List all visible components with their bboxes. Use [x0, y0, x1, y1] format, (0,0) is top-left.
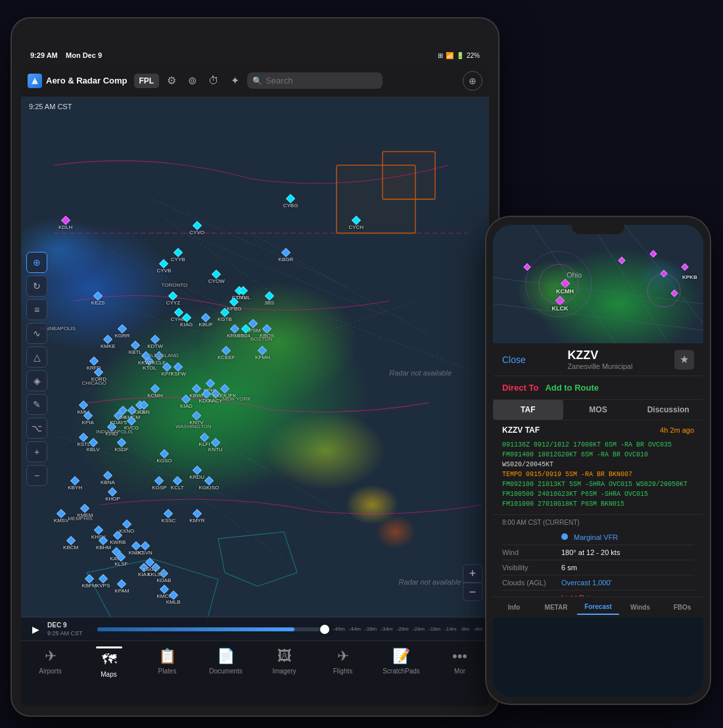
- measure-tool-button[interactable]: △: [26, 347, 47, 368]
- documents-nav-label: Documents: [209, 667, 243, 675]
- airport-marker[interactable]: KSDF: [114, 439, 128, 452]
- zoom-out-button[interactable]: −: [463, 583, 482, 601]
- search-input[interactable]: [247, 72, 383, 89]
- airport-marker[interactable]: KBNA: [101, 472, 115, 485]
- maps-nav-label: Maps: [101, 671, 116, 678]
- phone-close-button[interactable]: Close: [502, 354, 526, 365]
- airport-marker[interactable]: KSVN: [138, 543, 152, 556]
- radar-unavailable-label: Radar not available: [389, 369, 452, 377]
- layers-icon-button[interactable]: ⊚: [184, 72, 200, 89]
- airport-marker[interactable]: KBCM: [63, 537, 78, 550]
- airport-marker[interactable]: CYCH: [348, 217, 363, 230]
- airport-marker[interactable]: KGSO: [156, 450, 172, 464]
- airport-marker[interactable]: KSGJ: [143, 559, 156, 572]
- svg-point-19: [526, 251, 592, 317]
- nav-item-plates[interactable]: 📋 Plates: [138, 648, 197, 675]
- phone-star-button[interactable]: ★: [674, 350, 694, 370]
- metar-tab[interactable]: METAR: [535, 600, 577, 615]
- airport-marker[interactable]: KBYH: [68, 477, 82, 491]
- airport-marker[interactable]: KFMH: [255, 347, 270, 360]
- pen-tool-button[interactable]: ✎: [26, 394, 47, 415]
- zoom-in-button[interactable]: +: [463, 564, 482, 583]
- star-icon-button[interactable]: ✦: [227, 72, 243, 89]
- nav-item-scratchpads[interactable]: 📝 ScratchPads: [372, 648, 431, 675]
- airport-marker[interactable]: CYVB: [156, 260, 171, 274]
- airport-marker[interactable]: KCMH: [147, 385, 163, 399]
- airport-marker[interactable]: KDTW: [147, 336, 163, 349]
- rotate-tool-button[interactable]: ↻: [26, 276, 47, 297]
- discussion-tab[interactable]: Discussion: [633, 400, 703, 420]
- airport-marker[interactable]: 64I: [120, 407, 127, 420]
- airport-marker[interactable]: KSSC: [162, 510, 176, 523]
- airport-marker[interactable]: KSFW: [171, 364, 186, 377]
- taf-line: TEMPO 0915/0919 5SM -RA BR BKN007: [502, 470, 694, 479]
- airport-marker[interactable]: KPAM: [114, 581, 129, 594]
- airport-marker[interactable]: KIAG: [180, 314, 193, 328]
- nav-item-more[interactable]: ••• Mor: [431, 648, 489, 675]
- nav-item-documents[interactable]: 📄 Documents: [197, 648, 255, 675]
- airport-marker[interactable]: KDOV: [199, 391, 214, 404]
- airport-marker[interactable]: KBGR: [279, 249, 294, 262]
- info-tab[interactable]: Info: [493, 600, 535, 615]
- minus-button[interactable]: −: [26, 465, 47, 486]
- timeline-bar[interactable]: [97, 627, 329, 631]
- airport-marker[interactable]: KVPS: [96, 575, 110, 589]
- airport-marker[interactable]: KCEEF: [218, 347, 235, 360]
- airport-marker[interactable]: KBFM: [82, 575, 97, 589]
- airport-marker[interactable]: KBUF: [199, 314, 213, 328]
- clock-icon-button[interactable]: ⏱: [204, 72, 223, 89]
- airport-marker[interactable]: KGSP: [152, 477, 166, 491]
- tablet-map[interactable]: 9:25 AM CST: [21, 97, 489, 641]
- layers-tool-button[interactable]: ≡: [26, 299, 47, 320]
- airport-marker[interactable]: KSTL: [77, 434, 90, 447]
- airport-marker[interactable]: KPIA: [82, 412, 94, 425]
- airport-marker[interactable]: KILN: [138, 402, 150, 415]
- mos-tab[interactable]: MOS: [563, 400, 634, 420]
- fpl-button[interactable]: FPL: [134, 74, 160, 88]
- airport-marker[interactable]: KGTB: [218, 309, 232, 322]
- pan-tool-button[interactable]: ⊕: [26, 252, 47, 273]
- phone-map[interactable]: Ohio KCMH KLCK: [493, 225, 703, 356]
- airport-marker[interactable]: CYYB: [171, 249, 185, 262]
- settings-icon-button[interactable]: ⚙: [163, 72, 180, 89]
- airport-marker[interactable]: KGKISO: [199, 477, 220, 491]
- airport-marker[interactable]: KHOP: [105, 489, 120, 502]
- add-to-route-button[interactable]: Add to Route: [545, 380, 599, 395]
- forecast-tab[interactable]: Forecast: [577, 600, 619, 615]
- airport-marker[interactable]: KEZS: [91, 293, 105, 306]
- airport-marker[interactable]: KRME: [227, 326, 242, 339]
- airport-marker[interactable]: KWRB: [110, 532, 126, 545]
- airport-marker[interactable]: KMKE: [101, 336, 116, 349]
- airport-marker[interactable]: KBHM: [96, 537, 111, 550]
- route-tool-button[interactable]: ⌥: [26, 418, 47, 439]
- nav-item-flights[interactable]: ✈ Flights: [314, 648, 372, 675]
- airport-marker[interactable]: KMSV: [54, 510, 69, 523]
- timeline-thumb[interactable]: [320, 625, 329, 634]
- airport-marker[interactable]: B04: [241, 326, 250, 339]
- nav-item-maps[interactable]: 🗺 Maps: [80, 648, 138, 678]
- airport-marker[interactable]: KDLH: [58, 217, 72, 230]
- nav-item-imagery[interactable]: 🖼 Imagery: [255, 648, 314, 675]
- shield-tool-button[interactable]: ◈: [26, 370, 47, 391]
- timeline-play-button[interactable]: ▶: [28, 621, 43, 637]
- airport-marker[interactable]: CYYZ: [166, 293, 180, 306]
- airport-marker[interactable]: KMLB: [166, 592, 181, 605]
- draw-tool-button[interactable]: ∿: [26, 323, 47, 344]
- airport-marker[interactable]: CYOW: [208, 271, 225, 284]
- airport-marker[interactable]: KLSF: [114, 554, 128, 567]
- taf-tab[interactable]: TAF: [493, 400, 563, 420]
- airport-marker[interactable]: KMYR: [189, 510, 204, 523]
- winds-tab[interactable]: Winds: [619, 600, 661, 615]
- add-button[interactable]: +: [26, 441, 47, 462]
- airport-marker[interactable]: KCLT: [171, 477, 184, 491]
- airport-marker[interactable]: CYBG: [283, 195, 298, 208]
- location-button[interactable]: ⊕: [463, 71, 482, 91]
- tablet-timeline: ▶ DEC 9 9:25 AM CST -49m -44m -39m -34m …: [21, 617, 489, 641]
- airport-marker[interactable]: CYVO: [189, 222, 204, 235]
- nav-item-airports[interactable]: ✈ Airports: [21, 648, 80, 675]
- airport-marker[interactable]: 3BS: [264, 293, 274, 306]
- airport-marker[interactable]: KGRR: [114, 326, 129, 339]
- direct-to-button[interactable]: Direct To: [502, 380, 538, 395]
- airport-marker[interactable]: KNTU: [208, 439, 223, 452]
- fbos-tab[interactable]: FBOs: [661, 600, 703, 615]
